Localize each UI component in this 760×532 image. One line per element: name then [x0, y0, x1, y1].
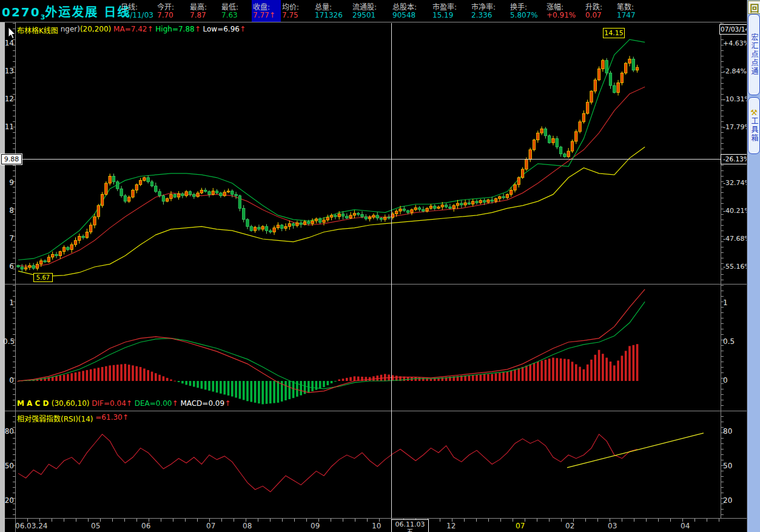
macd-bar [251, 381, 253, 402]
quote-field-7: 流通股:29501 [351, 0, 391, 22]
macd-bar [300, 381, 302, 396]
trading-app-window: 02703外运发展 日线 日线:06/11/03今开:7.70最高:7.87最低… [0, 0, 760, 532]
rsi-tick-label: 50 [2, 462, 14, 470]
candle-body [563, 154, 566, 157]
candle-body [36, 264, 38, 268]
candle-body [479, 201, 482, 203]
candle-body [250, 226, 252, 231]
rsi-chart[interactable] [15, 411, 721, 517]
header-part: (20,200) [80, 25, 113, 34]
macd-bar [334, 381, 337, 382]
macd-bar [235, 381, 237, 398]
app-logo-icon[interactable]: 回 [748, 1, 760, 14]
macd-bar [261, 381, 264, 404]
candle-body [418, 207, 420, 209]
field-label: 最低: [221, 1, 238, 12]
candle-body [97, 206, 99, 217]
macd-bar [522, 367, 524, 381]
price-tick-label: 11 [3, 123, 14, 131]
candle-body [273, 228, 275, 232]
candle-body [395, 211, 398, 214]
macd-bar [70, 373, 73, 381]
time-axis-label: 07 [206, 522, 215, 530]
candle-body [365, 217, 367, 219]
tab-honghui-diandiantong[interactable]: 宏汇点点通 [748, 14, 760, 95]
macd-bar [277, 381, 280, 403]
candle-body [632, 59, 634, 70]
candle-body [491, 200, 493, 201]
candle-body [483, 201, 485, 203]
macd-bar [292, 381, 295, 398]
macd-bar [63, 375, 66, 381]
macd-bar [55, 376, 58, 381]
candle-body [556, 138, 558, 147]
quote-field-4[interactable]: 收盘:7.77↑ [252, 0, 281, 22]
price-chart[interactable] [15, 23, 721, 283]
field-value: 7.75 [282, 11, 298, 19]
dif-line [18, 289, 645, 392]
candle-body [422, 209, 425, 211]
macd-bar [174, 381, 177, 382]
candle-body [189, 192, 191, 195]
macd-bar [98, 368, 100, 381]
macd-bar [116, 365, 119, 381]
macd-bar [487, 374, 489, 381]
macd-bar [323, 381, 325, 387]
macd-bar [502, 372, 505, 381]
candle-body [559, 147, 562, 154]
macd-bar [124, 364, 127, 381]
candle-body [170, 194, 172, 198]
tab-toolbox[interactable]: ⚒ 工具箱 [748, 97, 760, 154]
macd-bar [587, 365, 589, 381]
left-axis-border [15, 22, 16, 532]
rsi-tick-label: 50 [723, 462, 732, 470]
rsi-tick-label: 20 [723, 496, 732, 505]
macd-bar [93, 369, 96, 381]
macd-bar [327, 381, 329, 385]
macd-bar [633, 345, 635, 381]
macd-bar [105, 366, 107, 381]
field-value: 29501 [352, 11, 375, 19]
candle-body [346, 216, 348, 218]
candle-body [86, 232, 88, 238]
candle-body [361, 215, 363, 217]
time-axis-label: 05 [91, 522, 100, 530]
candle-body [533, 140, 535, 150]
candle-body [124, 196, 126, 201]
candle-body [62, 247, 65, 252]
macd-bar [101, 367, 104, 381]
macd-bar [518, 368, 520, 381]
candle-body [605, 61, 608, 73]
macd-bar [319, 381, 321, 388]
macd-indicator-header: M A C D (30,60,10) DIF=0.04↑ DEA=0.00↑ M… [17, 399, 230, 408]
candle-body [434, 206, 436, 209]
candle-body [372, 215, 375, 217]
macd-chart[interactable] [15, 285, 721, 411]
band-peak-annotation: 14.15 [603, 28, 625, 38]
header-part: ↑ [126, 399, 135, 408]
candle-body [628, 59, 631, 63]
candle-body [625, 63, 627, 73]
candle-body [135, 184, 138, 190]
rsi-indicator-header: 相对强弱指数(RSI)(14) =61.30↑ [17, 413, 129, 422]
macd-bar [480, 374, 482, 381]
up-arrow-icon: ↑ [269, 11, 275, 19]
macd-bar [289, 381, 291, 399]
macd-bar [338, 379, 340, 381]
macd-bar [185, 381, 187, 385]
rsi-trendline [567, 433, 704, 468]
time-axis-label: 06.03.24 [15, 522, 47, 530]
field-label: 笔数: [617, 1, 634, 12]
topbar-divider [0, 22, 747, 22]
macd-bar [208, 381, 210, 391]
macd-bar [311, 381, 314, 391]
macd-bar [254, 381, 257, 403]
candle-body [116, 182, 119, 189]
macd-bar [239, 381, 241, 399]
macd-bar [419, 377, 421, 381]
macd-bar [365, 377, 368, 381]
macd-bar [140, 367, 142, 381]
candle-body [341, 214, 344, 217]
macd-bar [197, 381, 199, 388]
candle-body [510, 190, 513, 195]
